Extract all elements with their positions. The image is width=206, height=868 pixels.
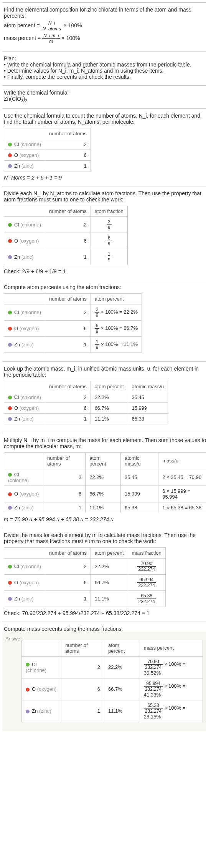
dot-icon (8, 153, 12, 157)
check-fractions: Check: 2/9 + 6/9 + 1/9 = 1 (4, 268, 206, 274)
table-row: Cl (chlorine)229 × 100% = 22.2% (4, 304, 142, 320)
dot-icon (26, 710, 30, 713)
table-row: Cl (chlorine)222.2%70.90232.274 (4, 558, 166, 574)
plan-section: Plan: • Write the chemical formula and g… (2, 51, 206, 85)
dot-icon (8, 492, 12, 496)
mult-section: Multiply N_i by m_i to compute the mass … (2, 433, 206, 528)
atom-percent-equation: atom percent = N_iN_atoms × 100% (4, 20, 206, 32)
dot-icon (8, 311, 12, 314)
dot-icon (26, 663, 30, 667)
dot-icon (8, 506, 12, 510)
table-row: Zn (zinc)111.1%65.381 × 65.38 = 65.38 (4, 502, 206, 513)
dot-icon (8, 164, 12, 168)
intro-text: Find the elemental composition for zinc … (4, 7, 206, 19)
table-row: O (oxygen)666.7%15.9996 × 15.999 = 95.99… (4, 486, 206, 502)
mass-fractions-table: number of atomsatom percentmass fraction… (4, 547, 166, 607)
fractions-table: number of atomsatom fraction Cl (chlorin… (4, 206, 128, 265)
table-row: O (oxygen)669 (4, 233, 128, 249)
table-row: Zn (zinc)1 (4, 160, 91, 171)
dot-icon (8, 143, 12, 146)
table-row: Zn (zinc)111.1%65.38 (4, 413, 168, 424)
formula-section: Write the chemical formula: Zn(ClO3)2 (2, 85, 206, 108)
divide-text: Divide each N_i by N_atoms to calculate … (4, 190, 206, 203)
table-row: Cl (chlorine)222.2%70.90232.274 × 100% =… (22, 656, 203, 678)
table-row: O (oxygen)666.7%95.994232.274 (4, 574, 166, 590)
dot-icon (8, 255, 12, 259)
plan-step: • Write the chemical formula and gather … (4, 62, 206, 68)
atom-percents-section: Compute atom percents using the atom fra… (2, 280, 206, 361)
m-equation: m = 70.90 u + 95.994 u + 65.38 u = 232.2… (4, 516, 206, 522)
atoms-table: number of atoms Cl (chlorine)2 O (oxygen… (4, 128, 91, 171)
dot-icon (8, 581, 12, 585)
plan-step: • Finally, compute the percents and chec… (4, 74, 206, 80)
plan-title: Plan: (4, 55, 206, 62)
table-row: Cl (chlorine)222.2%35.452 × 35.45 = 70.9… (4, 469, 206, 486)
n-atoms-equation: N_atoms = 2 + 6 + 1 = 9 (4, 175, 206, 181)
table-row: O (oxygen)669 × 100% = 66.7% (4, 320, 142, 336)
write-formula-text: Write the chemical formula: (4, 90, 206, 96)
count-text: Use the chemical formula to count the nu… (4, 113, 206, 125)
table-row: Cl (chlorine)229 (4, 216, 128, 233)
answer-table: number of atomsatom percentmass percent … (21, 640, 203, 722)
dot-icon (8, 396, 12, 399)
mass-fractions-section: Divide the mass for each element by m to… (2, 528, 206, 622)
table-row: O (oxygen)666.7%15.999 (4, 402, 168, 413)
answer-section: Compute mass percents using the mass fra… (2, 622, 206, 632)
check-mass: Check: 70.90/232.274 + 95.994/232.274 + … (4, 610, 206, 616)
dot-icon (8, 343, 12, 347)
dot-icon (8, 239, 12, 243)
atom-pct-text: Compute atom percents using the atom fra… (4, 284, 206, 290)
masspct-text: Compute mass percents using the mass fra… (4, 626, 206, 632)
table-row: O (oxygen)666.7%95.994232.274 × 100% = 4… (22, 678, 203, 700)
table-row: Zn (zinc)111.1%65.38232.274 (4, 590, 166, 607)
atom-percents-table: number of atomsatom percent Cl (chlorine… (4, 293, 142, 353)
dot-icon (8, 473, 12, 477)
mass-percent-equation: mass percent = N_i m_im × 100% (4, 33, 206, 44)
table-row: Zn (zinc)119 × 100% = 11.1% (4, 336, 142, 353)
lookup-text: Look up the atomic mass, m_i, in unified… (4, 366, 206, 378)
dot-icon (8, 417, 12, 421)
answer-label: Answer: (5, 636, 23, 642)
table-row: Zn (zinc)119 (4, 249, 128, 265)
massfrac-text: Divide the mass for each element by m to… (4, 532, 206, 544)
dot-icon (8, 565, 12, 569)
dot-icon (8, 223, 12, 227)
dot-icon (8, 597, 12, 601)
plan-step: • Determine values for N_i, m_i, N_atoms… (4, 68, 206, 74)
dot-icon (8, 327, 12, 331)
table-row: Cl (chlorine)2 (4, 139, 91, 150)
chemical-formula: Zn(ClO3)2 (4, 96, 206, 103)
table-row: Cl (chlorine)222.2%35.45 (4, 392, 168, 402)
intro-section: Find the elemental composition for zinc … (2, 2, 206, 51)
answer-box: Answer: number of atomsatom percentmass … (2, 632, 206, 731)
mass-section: Look up the atomic mass, m_i, in unified… (2, 361, 206, 433)
mult-text: Multiply N_i by m_i to compute the mass … (4, 437, 206, 449)
count-section: Use the chemical formula to count the nu… (2, 108, 206, 186)
dot-icon (8, 406, 12, 410)
dot-icon (26, 688, 30, 692)
mult-table: number of atomsatom percentatomic mass/u… (4, 452, 206, 513)
table-row: Zn (zinc)111.1%65.38232.274 × 100% = 28.… (22, 700, 203, 722)
mass-table: number of atomsatom percentatomic mass/u… (4, 381, 168, 424)
fractions-section: Divide each N_i by N_atoms to calculate … (2, 186, 206, 280)
table-row: O (oxygen)6 (4, 150, 91, 160)
